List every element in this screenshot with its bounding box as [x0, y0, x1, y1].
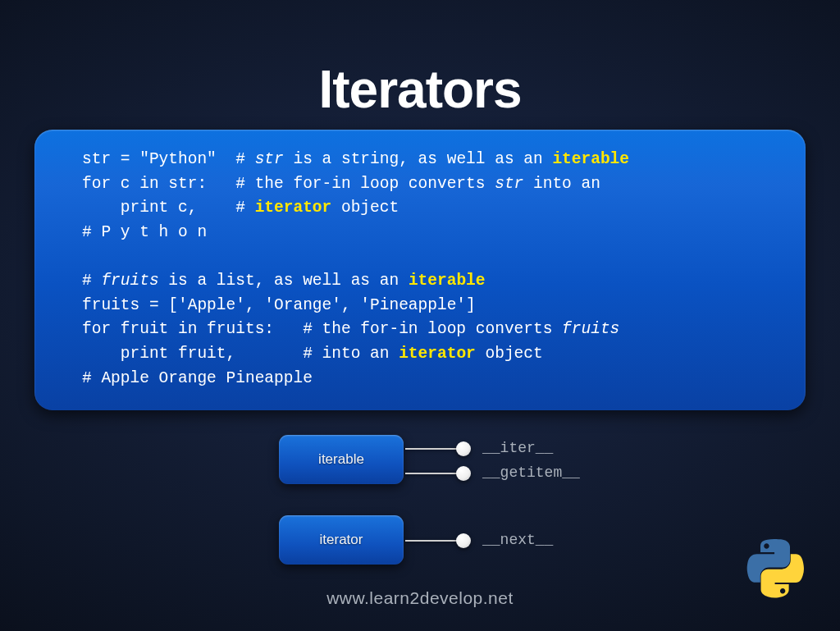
iterable-box: iterable [279, 435, 404, 484]
iterable-label: iterable [318, 451, 364, 468]
code-t: print fruit, # into an [82, 345, 399, 363]
code-t: # [235, 150, 254, 168]
method-next: __next__ [482, 532, 553, 548]
code-t: is a string, as well as an [284, 150, 553, 168]
method-iter: __iter__ [482, 440, 553, 456]
code-highlight: iterator [399, 345, 476, 363]
iterator-box: iterator [279, 515, 404, 565]
code-t: # [82, 272, 101, 290]
code-t: # Apple Orange Pineapple [82, 369, 313, 387]
diagram-area: iterable __iter__ __getitem__ iterator _… [0, 430, 840, 578]
code-highlight: iterator [255, 199, 332, 217]
code-t: for fruit in fruits: # the for-in loop c… [82, 320, 562, 338]
connector-line [405, 473, 458, 474]
slide-title: Iterators [0, 59, 840, 120]
connector-line [405, 448, 458, 450]
code-italic: str [255, 150, 284, 168]
connector-dot [456, 466, 471, 481]
python-logo-icon [745, 539, 804, 598]
code-italic: fruits [562, 320, 619, 338]
footer-url: www.learn2develop.net [0, 588, 840, 608]
iterator-label: iterator [320, 532, 363, 548]
code-highlight: iterable [409, 272, 486, 290]
connector-dot [456, 533, 471, 548]
code-t: print c, # [82, 199, 255, 217]
code-t: object [331, 199, 399, 217]
code-t: # P y t h o n [82, 223, 207, 241]
code-t: into an [523, 175, 600, 193]
code-italic: str [495, 175, 523, 193]
connector-dot [456, 441, 471, 456]
code-italic: fruits [101, 272, 158, 290]
code-t: is a list, as well as an [159, 272, 409, 290]
code-t: for c in str: # the for-in loop converts [82, 175, 495, 193]
connector-line [405, 540, 458, 542]
code-t: object [476, 345, 543, 363]
code-highlight: iterable [552, 150, 629, 168]
method-getitem: __getitem__ [482, 464, 580, 481]
code-panel: str = "Python" # str is a string, as wel… [34, 130, 806, 410]
code-t: fruits = ['Apple', 'Orange', 'Pineapple'… [82, 296, 476, 314]
code-t: str = "Python" [82, 150, 235, 168]
